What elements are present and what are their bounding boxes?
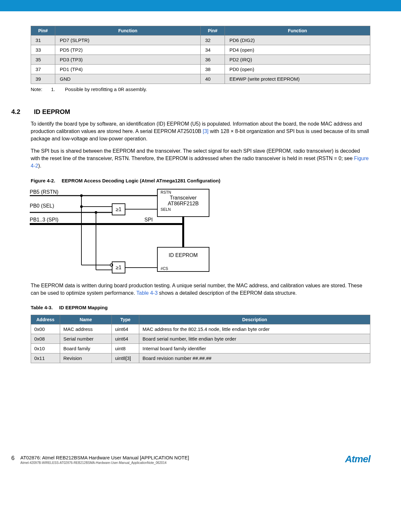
cell: uint8[3]: [112, 353, 139, 363]
fig-seln: SELN: [161, 207, 171, 212]
text: The SPI bus is shared between the EEPROM…: [31, 148, 360, 161]
cell: PD0 (open): [225, 65, 370, 74]
pin-table: Pin# Function Pin# Function 31 PD7 (SLPT…: [31, 26, 370, 84]
section-heading: 4.2 ID EEPROM: [31, 108, 370, 116]
top-accent-bar: [0, 0, 401, 11]
func-header-1: Function: [55, 26, 201, 36]
table-row: 0x10 Board family uint8 Internal board f…: [31, 343, 370, 353]
cell: GND: [55, 74, 201, 84]
figure-caption: Figure 4-2. EEPROM Access Decoding Logic…: [31, 178, 370, 183]
cell: MAC address for the 802.15.4 node, littl…: [139, 324, 370, 334]
cell: PD3 (TP3): [55, 55, 201, 65]
table-title: ID EEPROM Mapping: [59, 305, 108, 310]
footer-title: AT02876: Atmel REB212BSMA Hardware User …: [20, 455, 189, 460]
text: ).: [38, 163, 41, 169]
cell: PD1 (TP4): [55, 65, 201, 74]
fig-pb5: PB5 (RSTN): [30, 189, 58, 195]
cell: 38: [201, 65, 225, 74]
type-header: Type: [112, 315, 139, 324]
cell: PD4 (open): [225, 45, 370, 55]
reference-link[interactable]: [3]: [203, 128, 208, 134]
cell: 0x00: [31, 324, 60, 334]
cell: 35: [31, 55, 55, 65]
note-label: Note:: [31, 87, 45, 92]
table-note: Note: 1. Possible by retrofitting a 0R a…: [31, 87, 370, 92]
cell: 0x11: [31, 353, 60, 363]
table-caption: Table 4-3. ID EEPROM Mapping: [31, 305, 370, 310]
footer-docid: Atmel-42097B-WIRELESS-AT02876-REB212BSMA…: [20, 461, 189, 465]
cell: PD2 (IRQ): [225, 55, 370, 65]
table-row: 0x11 Revision uint8[3] Board revision nu…: [31, 353, 370, 363]
fig-cs: #CS: [161, 266, 168, 271]
cell: 0x08: [31, 334, 60, 343]
cell: MAC address: [60, 324, 112, 334]
cell: Serial number: [60, 334, 112, 343]
cell: 40: [201, 74, 225, 84]
paragraph-2: The SPI bus is shared between the EEPROM…: [31, 147, 370, 170]
paragraph-1: To identify the board type by software, …: [31, 120, 370, 143]
func-header-2: Function: [225, 26, 370, 36]
table-row: 33 PD5 (TP2) 34 PD4 (open): [31, 45, 370, 55]
figure-label: Figure 4-2.: [31, 178, 55, 183]
addr-header: Address: [31, 315, 60, 324]
page-content: Pin# Function Pin# Function 31 PD7 (SLPT…: [0, 11, 401, 479]
cell: Board revision number ##.##.##: [139, 353, 370, 363]
pin-header-1: Pin#: [31, 26, 55, 36]
fig-gate1: ≥1: [116, 207, 121, 212]
cell: uint8: [112, 343, 139, 353]
cell: PD6 (DIG2): [225, 36, 370, 45]
paragraph-3: The EEPROM data is written during board …: [31, 282, 370, 297]
fig-pb13: PB1..3 (SPI): [30, 217, 58, 222]
cell: 34: [201, 45, 225, 55]
table-row: 0x00 MAC address uint64 MAC address for …: [31, 324, 370, 334]
svg-point-8: [80, 205, 83, 208]
cell: 0x10: [31, 343, 60, 353]
section-title: ID EEPROM: [34, 108, 70, 116]
fig-transceiver: Transceiver: [170, 195, 197, 200]
cell: uint64: [112, 334, 139, 343]
fig-gate2: ≥1: [116, 265, 121, 270]
table-row: 0x08 Serial number uint64 Board serial n…: [31, 334, 370, 343]
table-row: 39 GND 40 EE#WP (write protect EEPROM): [31, 74, 370, 84]
fig-transceiver-part: AT86RF212B: [168, 201, 199, 206]
cell: PD7 (SLPTR): [55, 36, 201, 45]
desc-header: Description: [139, 315, 370, 324]
table-row: 37 PD1 (TP4) 38 PD0 (open): [31, 65, 370, 74]
cell: 31: [31, 36, 55, 45]
fig-ideeprom: ID EEPROM: [169, 252, 198, 258]
fig-rstn: RSTN: [161, 190, 171, 195]
cell: 39: [31, 74, 55, 84]
table-link[interactable]: Table 4-3: [136, 290, 158, 296]
pin-header-2: Pin#: [201, 26, 225, 36]
cell: 32: [201, 36, 225, 45]
note-number: 1.: [51, 87, 59, 92]
cell: uint64: [112, 324, 139, 334]
page-number: 6: [11, 455, 15, 462]
note-text: Possible by retrofitting a 0R assembly.: [65, 87, 147, 92]
fig-pb0: PB0 (SEL): [30, 203, 54, 209]
fig-spi: SPI: [144, 217, 153, 222]
cell: 33: [31, 45, 55, 55]
figure-diagram: RSTN Transceiver AT86RF212B SELN ID EEPR…: [28, 186, 216, 276]
cell: 37: [31, 65, 55, 74]
cell: Revision: [60, 353, 112, 363]
table-row: 35 PD3 (TP3) 36 PD2 (IRQ): [31, 55, 370, 65]
section-number: 4.2: [11, 108, 24, 116]
eeprom-map-table: Address Name Type Description 0x00 MAC a…: [31, 315, 370, 363]
cell: EE#WP (write protect EEPROM): [225, 74, 370, 84]
atmel-logo: Atmel: [345, 454, 370, 465]
cell: Board serial number, little endian byte …: [139, 334, 370, 343]
table-label: Table 4-3.: [31, 305, 53, 310]
cell: Board family: [60, 343, 112, 353]
page-footer: 6 AT02876: Atmel REB212BSMA Hardware Use…: [11, 454, 370, 465]
cell: 36: [201, 55, 225, 65]
table-row: 31 PD7 (SLPTR) 32 PD6 (DIG2): [31, 36, 370, 45]
name-header: Name: [60, 315, 112, 324]
cell: Internal board family identifier: [139, 343, 370, 353]
cell: PD5 (TP2): [55, 45, 201, 55]
text: shows a detailed description of the EEPR…: [158, 290, 297, 296]
figure-title: EEPROM Access Decoding Logic (Atmel ATme…: [62, 178, 220, 183]
